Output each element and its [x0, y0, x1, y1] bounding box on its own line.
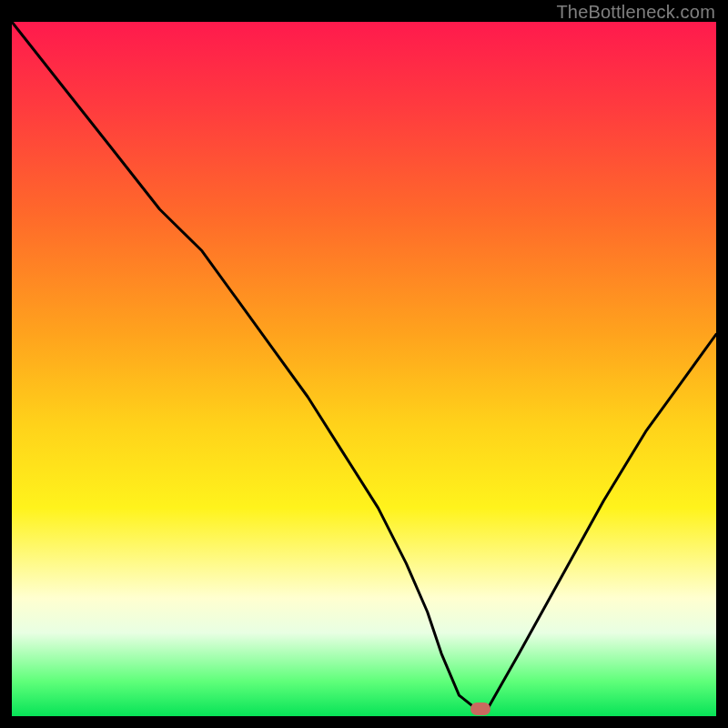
bottleneck-curve — [12, 22, 716, 716]
plot-area — [12, 22, 716, 716]
watermark-text: TheBottleneck.com — [556, 2, 715, 23]
optimal-marker — [470, 703, 490, 715]
chart-frame: TheBottleneck.com — [0, 0, 728, 728]
